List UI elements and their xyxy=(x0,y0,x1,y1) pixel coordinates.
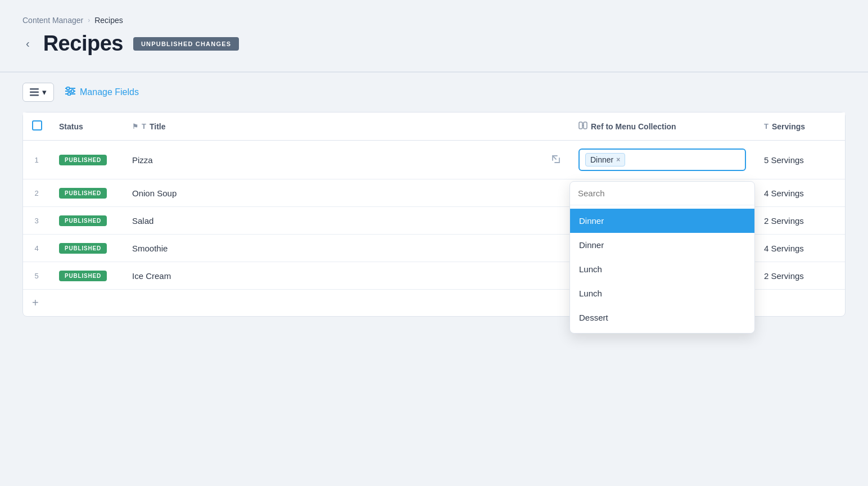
published-badge: PUBLISHED xyxy=(59,155,107,165)
row-ref-1[interactable]: Dinner × Dinner xyxy=(569,141,755,179)
table-row: 1 PUBLISHED Pizza xyxy=(23,141,845,179)
ref-tag-container[interactable]: Dinner × xyxy=(578,148,746,171)
breadcrumb-parent[interactable]: Content Manager xyxy=(22,16,83,25)
row-title-3: Salad xyxy=(123,207,569,235)
col-header-checkbox[interactable] xyxy=(23,112,50,141)
ref-dropdown: Dinner Dinner Lunch Lunch xyxy=(569,181,755,334)
servings-col-label: Servings xyxy=(772,122,805,131)
dropdown-option-label-0: Dinner xyxy=(579,216,604,226)
dropdown-option-1[interactable]: Dinner xyxy=(570,233,754,257)
svg-rect-1 xyxy=(30,92,39,93)
filter-icon xyxy=(65,87,75,98)
row-status-5: PUBLISHED xyxy=(50,262,123,290)
row-title-5: Ice Cream xyxy=(123,262,569,290)
row-num-5: 5 xyxy=(23,262,50,290)
dropdown-search-input[interactable] xyxy=(578,188,747,198)
title-col-label-wrap: ⚑ T Title xyxy=(132,122,560,131)
row-status-1: PUBLISHED xyxy=(50,141,123,179)
col-header-servings: T Servings xyxy=(755,112,845,141)
row-servings-5: 2 Servings xyxy=(755,262,845,290)
ref-tag-label: Dinner xyxy=(590,155,613,164)
published-badge: PUBLISHED xyxy=(59,243,107,254)
breadcrumb-separator: › xyxy=(88,16,90,24)
breadcrumb: Content Manager › Recipes xyxy=(22,16,846,25)
dropdown-option-0[interactable]: Dinner xyxy=(570,209,754,233)
row-num-4: 4 xyxy=(23,235,50,262)
status-col-label: Status xyxy=(59,122,83,131)
ref-col-label: Ref to Menu Collection xyxy=(591,122,676,131)
breadcrumb-current: Recipes xyxy=(94,16,123,25)
back-button[interactable]: ‹ xyxy=(22,36,33,51)
row-servings-2: 4 Servings xyxy=(755,179,845,207)
dropdown-list: Dinner Dinner Lunch Lunch xyxy=(570,205,754,333)
flag-icon: ⚑ xyxy=(132,123,138,130)
expand-icon-1[interactable] xyxy=(551,155,560,165)
content-table: Status ⚑ T Title xyxy=(22,112,846,317)
svg-point-6 xyxy=(67,87,70,90)
row-status-3: PUBLISHED xyxy=(50,207,123,235)
page-title-row: ‹ Recipes UNPUBLISHED CHANGES xyxy=(22,32,846,56)
table-view-icon xyxy=(30,88,39,96)
row-servings-3: 2 Servings xyxy=(755,207,845,235)
col-header-title: ⚑ T Title xyxy=(123,112,569,141)
ref-tag-dinner: Dinner × xyxy=(585,153,625,166)
title-cell-1: Pizza xyxy=(132,155,560,165)
dropdown-option-label-1: Dinner xyxy=(579,240,604,250)
svg-point-8 xyxy=(68,93,71,96)
row-servings-4: 4 Servings xyxy=(755,235,845,262)
table-header-row: Status ⚑ T Title xyxy=(23,112,845,141)
published-badge: PUBLISHED xyxy=(59,271,107,281)
page-title: Recipes xyxy=(43,32,123,56)
dropdown-option-2[interactable]: Lunch xyxy=(570,257,754,281)
dropdown-option-4[interactable]: Dessert xyxy=(570,305,754,330)
toolbar: ▾ Manage Fields xyxy=(0,73,868,112)
title-type-icon: T xyxy=(142,122,146,130)
svg-point-7 xyxy=(71,90,74,93)
svg-rect-9 xyxy=(579,122,582,129)
row-status-2: PUBLISHED xyxy=(50,179,123,207)
published-badge: PUBLISHED xyxy=(59,188,107,199)
row-title-4: Smoothie xyxy=(123,235,569,262)
title-col-label: Title xyxy=(150,122,166,131)
col-header-status: Status xyxy=(50,112,123,141)
ref-col-label-wrap: Ref to Menu Collection xyxy=(578,122,746,131)
dropdown-option-label-3: Lunch xyxy=(579,289,602,298)
servings-col-label-wrap: T Servings xyxy=(764,122,836,131)
servings-type-icon: T xyxy=(764,122,768,130)
svg-rect-0 xyxy=(30,88,39,90)
view-toggle-button[interactable]: ▾ xyxy=(22,83,54,102)
svg-rect-2 xyxy=(30,94,39,96)
manage-fields-label: Manage Fields xyxy=(80,87,139,97)
dropdown-option-3[interactable]: Lunch xyxy=(570,281,754,305)
select-all-checkbox[interactable] xyxy=(32,120,42,130)
row-num-3: 3 xyxy=(23,207,50,235)
dropdown-option-label-4: Dessert xyxy=(579,313,608,322)
header-area: Content Manager › Recipes ‹ Recipes UNPU… xyxy=(0,0,868,56)
unpublished-badge: UNPUBLISHED CHANGES xyxy=(133,37,239,51)
published-badge: PUBLISHED xyxy=(59,215,107,226)
svg-rect-10 xyxy=(584,122,587,129)
row-servings-1: 5 Servings xyxy=(755,141,845,179)
col-header-ref: Ref to Menu Collection xyxy=(569,112,755,141)
row-num-1: 1 xyxy=(23,141,50,179)
dropdown-search-area[interactable] xyxy=(570,182,754,205)
row-title-2: Onion Soup xyxy=(123,179,569,207)
status-col-label-wrap: Status xyxy=(59,122,114,131)
row-status-4: PUBLISHED xyxy=(50,235,123,262)
view-dropdown-arrow: ▾ xyxy=(42,87,47,97)
ref-col-icon xyxy=(578,122,587,131)
manage-fields-button[interactable]: Manage Fields xyxy=(65,87,139,98)
row-num-2: 2 xyxy=(23,179,50,207)
row-title-1: Pizza xyxy=(123,141,569,179)
dropdown-option-label-2: Lunch xyxy=(579,264,602,274)
ref-tag-close-icon[interactable]: × xyxy=(616,156,620,164)
title-text-1: Pizza xyxy=(132,155,153,165)
